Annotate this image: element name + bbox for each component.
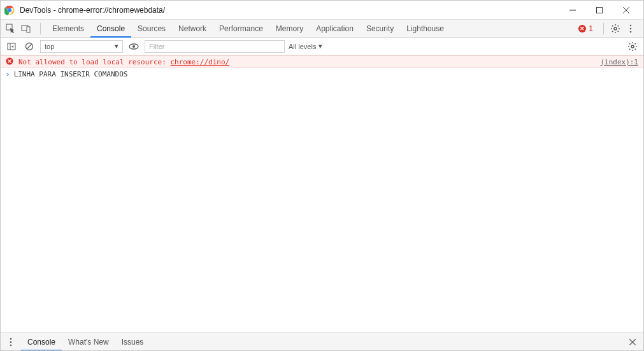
console-settings-gear-icon[interactable] (626, 39, 640, 54)
levels-label: All levels (289, 43, 316, 50)
drawer-tab-issues[interactable]: Issues (115, 333, 150, 351)
console-output: Not allowed to load local resource: chro… (1, 55, 643, 333)
tab-lighthouse[interactable]: Lighthouse (400, 20, 450, 38)
svg-point-14 (132, 45, 135, 48)
error-resource-link[interactable]: chrome://dino/ (170, 58, 229, 66)
svg-point-15 (631, 45, 634, 48)
chrome-icon (4, 5, 15, 15)
chevron-down-icon: ▾ (115, 42, 118, 50)
minimize-button[interactable] (559, 1, 586, 19)
inspect-element-icon[interactable] (4, 22, 17, 35)
filter-input[interactable] (145, 40, 285, 53)
separator (40, 23, 41, 34)
svg-point-8 (630, 24, 632, 26)
tab-application[interactable]: Application (310, 20, 360, 38)
svg-point-7 (614, 27, 617, 30)
error-circle-icon: ✕ (578, 25, 586, 32)
prompt-chevron-icon: › (6, 70, 10, 78)
error-icon (6, 57, 15, 66)
svg-rect-3 (597, 7, 603, 13)
svg-point-17 (10, 338, 12, 340)
chevron-down-icon: ▾ (318, 42, 322, 50)
prompt-input[interactable]: LINHA PARA INSERIR COMANDOS (14, 70, 128, 78)
toggle-sidebar-icon[interactable] (4, 39, 18, 54)
drawer-tab-whatsnew[interactable]: What's New (62, 333, 115, 351)
drawer-tabbar: Console What's New Issues (1, 333, 643, 350)
maximize-button[interactable] (586, 1, 613, 19)
svg-point-19 (10, 344, 12, 346)
drawer-close-icon[interactable] (626, 335, 640, 349)
console-toolbar: top ▾ All levels ▾ (1, 38, 643, 55)
close-button[interactable] (613, 1, 640, 19)
svg-rect-6 (27, 27, 30, 32)
window-titlebar: DevTools - chrome-error://chromewebdata/ (1, 1, 643, 20)
log-levels-selector[interactable]: All levels ▾ (289, 42, 322, 50)
drawer-tab-console[interactable]: Console (21, 333, 62, 351)
more-vertical-icon[interactable] (4, 336, 17, 348)
svg-point-18 (10, 341, 12, 343)
tab-security[interactable]: Security (360, 20, 400, 38)
error-badge[interactable]: ✕ 1 (578, 24, 593, 33)
console-prompt-row[interactable]: › LINHA PARA INSERIR COMANDOS (1, 68, 643, 80)
device-toolbar-icon[interactable] (20, 22, 32, 35)
separator (603, 23, 604, 34)
svg-point-10 (630, 31, 632, 32)
clear-console-icon[interactable] (22, 39, 36, 54)
tab-console[interactable]: Console (90, 20, 131, 38)
error-source-link[interactable]: (index):1 (600, 58, 638, 66)
error-count: 1 (589, 24, 593, 33)
svg-point-9 (630, 27, 632, 29)
panel-tabbar: Elements Console Sources Network Perform… (1, 20, 643, 38)
window-title: DevTools - chrome-error://chromewebdata/ (20, 6, 559, 15)
svg-point-2 (8, 8, 11, 11)
tab-memory[interactable]: Memory (269, 20, 310, 38)
tab-network[interactable]: Network (172, 20, 213, 38)
error-message: Not allowed to load local resource: chro… (18, 58, 594, 66)
live-expression-icon[interactable] (127, 39, 141, 54)
settings-gear-icon[interactable] (609, 22, 622, 35)
tab-elements[interactable]: Elements (46, 20, 90, 38)
context-selector[interactable]: top ▾ (40, 40, 123, 53)
console-error-row[interactable]: Not allowed to load local resource: chro… (1, 55, 643, 68)
context-value: top (45, 43, 54, 50)
tab-performance[interactable]: Performance (213, 20, 269, 38)
more-vertical-icon[interactable] (624, 22, 637, 35)
tab-sources[interactable]: Sources (131, 20, 172, 38)
